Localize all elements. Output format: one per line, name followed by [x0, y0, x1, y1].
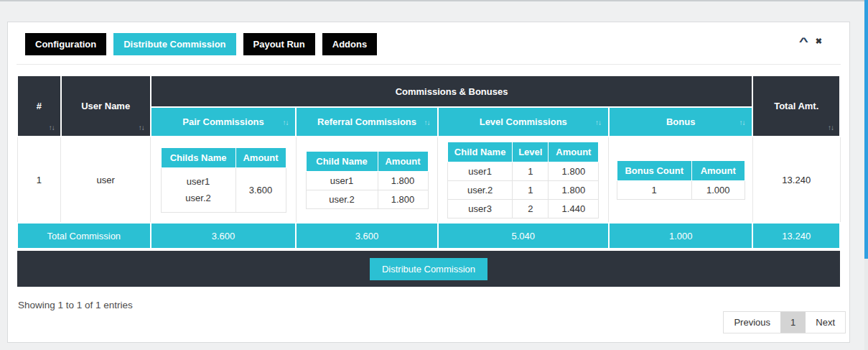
pair-amount-header: Amount [235, 147, 286, 167]
pagination-previous[interactable]: Previous [724, 312, 780, 333]
bonus-nested-table: Bonus Count Amount 1 1.000 [617, 160, 745, 200]
level-level: 1 [513, 180, 549, 199]
level-child-name: user1 [448, 162, 513, 180]
table-row: 1 user Childs Name Amount user1 user.2 [17, 137, 840, 223]
level-child-name: user.2 [448, 180, 513, 199]
column-header-referral-commissions[interactable]: Referral Commissions ↑↓ [296, 107, 437, 137]
group-header-label: Commissions & Bonuses [396, 86, 508, 97]
bonus-label: Bonus [666, 116, 695, 127]
total-pair-value: 3.600 [151, 223, 297, 249]
level-amount-header: Amount [549, 142, 599, 162]
total-amount-value: 13.240 [752, 223, 840, 249]
referral-commissions-cell: Child Name Amount user1 1.800 user.2 1.8… [296, 137, 437, 223]
column-header-commissions-bonuses: Commissions & Bonuses [151, 75, 753, 107]
tab-payout-run[interactable]: Payout Run [243, 33, 315, 55]
pagination-next[interactable]: Next [806, 312, 845, 333]
level-level: 2 [513, 199, 549, 218]
level-row: user3 2 1.440 [448, 199, 599, 218]
bonus-amount-header: Amount [691, 160, 745, 180]
bonus-amount: 1.000 [691, 180, 745, 199]
level-amount: 1.800 [549, 162, 599, 180]
level-commissions-cell: Child Name Level Amount user1 1 1.800 us… [438, 137, 609, 223]
column-header-user-name[interactable]: User Name ↑↓ [61, 75, 151, 137]
total-referral-value: 3.600 [296, 223, 437, 249]
bonus-cell: Bonus Count Amount 1 1.000 [609, 137, 753, 223]
tab-distribute-commission[interactable]: Distribute Commission [113, 33, 235, 55]
pagination: Previous 1 Next [723, 311, 846, 333]
tab-addons[interactable]: Addons [322, 33, 377, 55]
pair-childs-name-header: Childs Name [161, 147, 235, 167]
page-scrollbar[interactable] [864, 0, 868, 350]
level-amount: 1.440 [549, 199, 599, 218]
referral-row: user.2 1.800 [306, 190, 428, 208]
level-row: user.2 1 1.800 [448, 180, 599, 199]
referral-child-name: user1 [306, 171, 378, 190]
pair-commissions-cell: Childs Name Amount user1 user.2 3.600 [151, 137, 297, 223]
sort-icon: ↑↓ [282, 118, 288, 126]
referral-amount: 1.800 [378, 190, 428, 208]
sort-icon: ↑↓ [139, 124, 144, 132]
referral-amount: 1.800 [378, 171, 428, 190]
referral-amount-header: Amount [378, 151, 428, 171]
referral-child-name-header: Child Name [306, 151, 378, 171]
level-row: user1 1 1.800 [448, 162, 599, 180]
window-top-border [0, 0, 868, 1]
distribute-commission-button[interactable]: Distribute Commission [370, 258, 487, 280]
row-index-cell: 1 [17, 137, 61, 223]
pair-commissions-nested-table: Childs Name Amount user1 user.2 3.600 [161, 147, 286, 213]
user-name-header-label: User Name [81, 101, 130, 111]
pagination-page-1[interactable]: 1 [780, 312, 806, 333]
footer-cell: Distribute Commission [17, 249, 840, 287]
pair-commissions-label: Pair Commissions [182, 116, 263, 127]
referral-commissions-label: Referral Commissions [317, 116, 416, 127]
scrollbar-thumb[interactable] [864, 0, 868, 259]
tabs-divider [17, 64, 841, 65]
table-footer-row: Distribute Commission [17, 249, 840, 287]
sort-icon: ↑↓ [739, 118, 745, 126]
sort-icon: ↑↓ [49, 124, 55, 132]
chevron-up-icon[interactable]: ^ [799, 38, 808, 45]
index-header-label: # [37, 101, 42, 111]
referral-commissions-nested-table: Child Name Amount user1 1.800 user.2 1.8… [306, 151, 429, 209]
bonus-count-header: Bonus Count [617, 160, 691, 180]
total-level-value: 5.040 [438, 223, 609, 249]
column-header-total-amt[interactable]: Total Amt. ↑↓ [752, 75, 840, 137]
pair-amount-cell: 3.600 [235, 167, 286, 212]
card-tools: ^ ✖ [801, 37, 822, 46]
level-level-header: Level [513, 142, 549, 162]
level-child-name: user3 [448, 199, 513, 218]
sort-icon: ↑↓ [424, 118, 430, 126]
total-bonus-value: 1.000 [609, 223, 753, 249]
column-header-bonus[interactable]: Bonus ↑↓ [609, 107, 753, 137]
distribute-commission-card: Configuration Distribute Commission Payo… [7, 22, 850, 343]
column-header-index[interactable]: # ↑↓ [17, 75, 61, 137]
referral-row: user1 1.800 [306, 171, 428, 190]
pair-child-name: user1 [167, 173, 230, 190]
sort-icon: ↑↓ [828, 124, 834, 132]
commissions-table: # ↑↓ User Name ↑↓ Commissions & Bonuses … [17, 75, 841, 287]
level-commissions-label: Level Commissions [480, 116, 567, 127]
total-commission-row: Total Commission 3.600 3.600 5.040 1.000… [17, 223, 840, 249]
total-commission-label: Total Commission [17, 223, 151, 249]
level-commissions-nested-table: Child Name Level Amount user1 1 1.800 us… [447, 142, 599, 218]
level-amount: 1.800 [549, 180, 599, 199]
total-amt-header-label: Total Amt. [774, 101, 818, 111]
level-child-name-header: Child Name [448, 142, 513, 162]
bonus-count: 1 [617, 180, 691, 199]
bonus-row: 1 1.000 [617, 180, 745, 199]
tab-bar: Configuration Distribute Commission Payo… [25, 33, 841, 55]
row-user-name-cell: user [61, 137, 151, 223]
column-header-level-commissions[interactable]: Level Commissions ↑↓ [438, 107, 609, 137]
pair-childs-cell: user1 user.2 [161, 167, 235, 212]
pair-child-name: user.2 [167, 190, 230, 206]
row-total-amt-cell: 13.240 [752, 137, 840, 223]
sort-icon: ↑↓ [595, 118, 601, 126]
entries-info: Showing 1 to 1 of 1 entries [18, 300, 841, 310]
column-header-pair-commissions[interactable]: Pair Commissions ↑↓ [151, 107, 297, 137]
close-icon[interactable]: ✖ [816, 37, 822, 46]
referral-child-name: user.2 [306, 190, 378, 208]
tab-configuration[interactable]: Configuration [25, 33, 106, 55]
level-level: 1 [513, 162, 549, 180]
